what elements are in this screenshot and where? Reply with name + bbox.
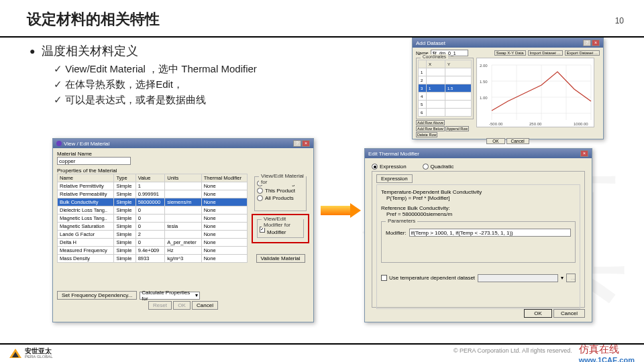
append-row-button[interactable]: Append Row [445,126,470,131]
page-number: 10 [615,16,624,25]
footer: 安世亚太 PERA GLOBAL © PERA Corporation Ltd.… [0,343,644,362]
table-row: Relative PermittivitySimple1None [58,182,248,190]
label-pref-value: Pref = 58000000siemens/m [386,211,576,217]
table-row: Relative PermeabilitySimple0.999991None [58,190,248,198]
dialog-edit-thermal-modifier: Edit Thermal Modifier × Expression Quadr… [364,148,592,322]
label-modifier: Modifier: [386,230,407,236]
chevron-down-icon: ▾ [195,292,198,298]
import-dataset-button[interactable]: Import Dataset ... [528,50,563,56]
table-row: 1 [419,68,472,76]
export-dataset-button[interactable]: Export Dataset ... [565,50,600,56]
logo: 安世亚太 PERA GLOBAL [9,348,53,359]
table-row: Mass DensitySimple8933kg/m^3None [58,255,248,263]
expression-tab[interactable]: Expression [376,174,413,183]
table-row: 2 [419,76,472,84]
coordinates-table[interactable]: XY 1 2 311.5 4 5 6 [418,60,472,117]
app-icon [56,141,62,146]
group-view-edit-for: View/Edit Material for Active Design Thi… [254,176,307,211]
reset-button: Reset [148,301,172,310]
table-row: Magnetic SaturationSimple0teslaNone [58,223,248,231]
logo-icon [9,349,21,358]
svg-text:-500.00: -500.00 [489,122,503,126]
material-name-input[interactable]: copper [57,157,131,165]
logo-text-en: PERA GLOBAL [25,355,53,359]
cancel-button[interactable]: Cancel [553,309,585,318]
radio-quadratic[interactable]: Quadratic [423,164,454,170]
set-frequency-button[interactable]: Set Frequency Dependency... [57,291,137,300]
help-icon[interactable]: ? [293,140,301,147]
table-row-selected: Bulk ConductivitySimple58000000siemens/m… [58,198,248,206]
arrow-icon [321,203,361,218]
table-row: 6 [419,109,472,117]
copyright: © PERA Corporation Ltd. All rights reser… [453,347,572,354]
add-row-below-button[interactable]: Add Row Below [416,126,445,131]
titlebar[interactable]: View / Edit Material ?× [53,139,313,148]
table-row: 5 [419,101,472,109]
table-row: Magnetic Loss Tang..Simple0None [58,215,248,223]
table-row: Measured FrequencySimple9.4e+009HzNone [58,247,248,255]
radio-expression[interactable]: Expression [372,164,407,170]
ok-button[interactable]: OK [524,309,552,318]
swap-xy-button[interactable]: Swap X-Y Data [494,50,526,56]
dialog-view-edit-material: View / Edit Material ?× Material Name co… [52,138,314,322]
table-row: Lande G FactorSimple2None [58,231,248,239]
table-row: Dielectric Loss Tang..Simple0None [58,206,248,215]
ok-button[interactable]: OK [486,138,504,144]
add-row-above-button[interactable]: Add Row Above [416,120,445,125]
modifier-input[interactable]: if(Temp > 1000, 1, if(Temp < -273.15, 1,… [409,229,571,237]
svg-text:1.50: 1.50 [480,80,488,84]
label-temp-dep: Temperature-Dependent Bulk Conductivity [381,189,576,195]
watermark-text: 仿真在线 [579,344,619,355]
calculate-properties-dropdown[interactable]: Calculate Properties for▾ [140,292,200,300]
close-icon[interactable]: × [592,40,600,46]
chevron-down-icon: ▾ [561,275,564,281]
label-material-name: Material Name [57,151,309,157]
svg-text:1.00: 1.00 [480,96,488,100]
logo-text-cn: 安世亚太 [25,348,53,355]
group-modifier-for: View/Edit Modifier for Thermal Modifier [257,219,304,238]
radio-all-products[interactable]: All Products [257,195,304,201]
dialog-add-dataset: Add Dataset ?× Name $f_dm_0_1 Swap X-Y D… [412,38,604,139]
radio-this-product[interactable]: This Product [257,188,304,194]
cancel-button[interactable]: Cancel [192,301,218,310]
dataset-dropdown [478,274,558,282]
watermark-url: www.1CAE.com [579,356,635,363]
properties-table[interactable]: NameTypeValueUnitsThermal Modifier Relat… [57,174,248,263]
page-title: 设定材料的相关特性 [27,9,617,29]
label-ref-conductivity: Reference Bulk Conductivity: [381,205,576,211]
dataset-chart: 2.00 1.50 1.00 -500.00 250.00 1000.00 [476,58,594,127]
delete-row-button[interactable]: Delete Row [416,132,437,137]
close-icon[interactable]: × [580,150,588,157]
dataset-config-button: ... [566,274,576,282]
highlight-box: View/Edit Modifier for Thermal Modifier [252,214,309,243]
help-icon[interactable]: ? [583,40,591,46]
checkbox-use-dataset[interactable]: Use temperature dependent dataset [381,275,475,281]
svg-text:250.00: 250.00 [529,122,542,126]
close-icon[interactable]: × [302,140,310,147]
table-row: Delta HSimple0A_per_meterNone [58,239,248,247]
label-formula: P(Temp) = Pref * [Modifier] [386,195,576,201]
table-row: 4 [419,93,472,101]
titlebar[interactable]: Edit Thermal Modifier × [365,149,592,158]
titlebar[interactable]: Add Dataset ?× [413,38,603,48]
ok-button: OK [173,301,191,310]
svg-text:2.00: 2.00 [480,64,488,68]
validate-material-button[interactable]: Validate Material [256,254,305,263]
cancel-button[interactable]: Cancel [506,138,529,144]
svg-text:1000.00: 1000.00 [574,122,588,126]
table-row-selected: 311.5 [419,84,472,93]
